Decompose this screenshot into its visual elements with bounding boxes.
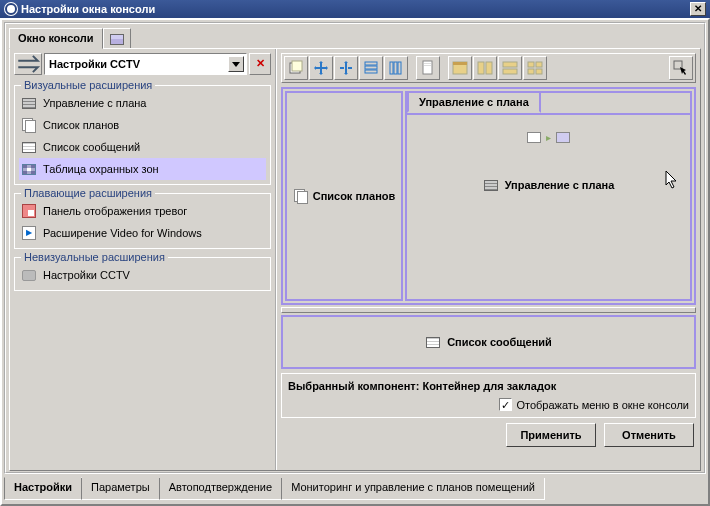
list-item-label: Управление с плана <box>43 97 146 109</box>
show-menu-checkbox[interactable] <box>499 398 512 411</box>
tool-split-v[interactable] <box>334 56 358 80</box>
expand-button[interactable] <box>14 53 42 75</box>
info-panel: Выбранный компонент: Контейнер для закла… <box>281 373 696 418</box>
layout-preview: Список планов Управление с плана ▸ <box>281 87 696 305</box>
btab-params[interactable]: Параметры <box>81 478 160 500</box>
svg-rect-5 <box>390 62 393 74</box>
svg-rect-6 <box>394 62 397 74</box>
item-cctv-settings[interactable]: Настройки CCTV <box>19 264 266 286</box>
window-title: Настройки окна консоли <box>21 3 155 15</box>
preview-splitter[interactable] <box>281 307 696 313</box>
delete-button[interactable]: ✕ <box>249 53 271 75</box>
top-tabs: Окно консоли <box>9 27 701 48</box>
tool-rows[interactable] <box>359 56 383 80</box>
list-item-label: Настройки CCTV <box>43 269 130 281</box>
papers-icon <box>293 188 309 204</box>
profile-select-label: Настройки CCTV <box>49 58 140 70</box>
video-icon <box>21 225 37 241</box>
preview-right-inner: ▸ Управление с плана <box>407 113 690 299</box>
svg-rect-12 <box>453 62 467 65</box>
plan-icon <box>21 95 37 111</box>
tab-icon-layout[interactable] <box>103 28 131 48</box>
item-message-list[interactable]: Список сообщений <box>19 136 266 158</box>
group-nonvisual: Невизуальные расширения Настройки CCTV <box>14 257 271 291</box>
preview-center-label: Управление с плана <box>505 179 615 191</box>
show-menu-label: Отображать меню в окне консоли <box>516 399 689 411</box>
preview-bottom-pane[interactable]: Список сообщений <box>281 315 696 369</box>
toolbar-separator <box>409 56 415 80</box>
chevron-down-icon <box>228 56 244 72</box>
tool-move[interactable] <box>309 56 333 80</box>
table-icon <box>21 161 37 177</box>
list-item-label: Список планов <box>43 119 119 131</box>
group-nonvisual-legend: Невизуальные расширения <box>21 251 168 263</box>
tool-page[interactable] <box>416 56 440 80</box>
close-button[interactable]: ✕ <box>690 2 706 16</box>
selected-component-label: Выбранный компонент: Контейнер для закла… <box>284 378 693 394</box>
titlebar: Настройки окна консоли ✕ <box>0 0 710 18</box>
main-frame: Окно консоли Настройки CCTV ✕ <box>0 18 710 506</box>
group-floating: Плавающие расширения Панель отображения … <box>14 193 271 249</box>
svg-rect-7 <box>398 62 401 74</box>
preview-left-pane[interactable]: Список планов <box>285 91 403 301</box>
cursor-icon <box>665 170 681 190</box>
group-floating-legend: Плавающие расширения <box>21 187 155 199</box>
tool-columns[interactable] <box>384 56 408 80</box>
list-item-label: Панель отображения тревог <box>43 205 187 217</box>
tool-tile-4[interactable] <box>523 56 547 80</box>
message-icon <box>21 139 37 155</box>
svg-rect-18 <box>536 62 542 67</box>
layout-icon <box>110 34 124 45</box>
svg-rect-19 <box>528 69 534 74</box>
item-zone-table[interactable]: Таблица охранных зон <box>19 158 266 180</box>
tab-console-window[interactable]: Окно консоли <box>9 28 103 49</box>
preview-tab-label: Управление с плана <box>419 96 529 108</box>
item-video-ext[interactable]: Расширение Video for Windows <box>19 222 266 244</box>
svg-rect-15 <box>503 62 517 67</box>
list-item-label: Таблица охранных зон <box>43 163 159 175</box>
svg-rect-1 <box>292 61 302 71</box>
btab-monitoring[interactable]: Мониторинг и управление с планов помещен… <box>281 478 545 500</box>
svg-rect-17 <box>528 62 534 67</box>
arrow-right-icon: ▸ <box>546 132 551 143</box>
tab-label: Окно консоли <box>18 32 94 44</box>
svg-rect-20 <box>536 69 542 74</box>
cancel-button[interactable]: Отменить <box>604 423 694 447</box>
doc-icon <box>526 129 542 145</box>
preview-right-pane[interactable]: Управление с плана ▸ Управление с <box>405 91 692 301</box>
svg-rect-9 <box>424 63 431 64</box>
tool-tile-1[interactable] <box>448 56 472 80</box>
toolbar-separator <box>441 56 447 80</box>
svg-rect-16 <box>503 69 517 74</box>
bottom-tabs: Настройки Параметры Автоподтверждение Мо… <box>4 478 706 500</box>
btab-autoconfirm[interactable]: Автоподтверждение <box>159 478 282 500</box>
item-alarm-panel[interactable]: Панель отображения тревог <box>19 200 266 222</box>
preview-left-label: Список планов <box>313 190 396 202</box>
toolbar <box>281 53 696 83</box>
preview-tab[interactable]: Управление с плана <box>407 91 541 113</box>
button-row: Применить Отменить <box>281 420 696 450</box>
cctv-icon <box>21 267 37 283</box>
tool-tile-3[interactable] <box>498 56 522 80</box>
group-visual: Визуальные расширения Управление с плана… <box>14 85 271 185</box>
svg-rect-10 <box>424 65 431 66</box>
sidebar: Настройки CCTV ✕ Визуальные расширения У… <box>10 49 277 470</box>
tool-pointer[interactable] <box>669 56 693 80</box>
tool-tile-2[interactable] <box>473 56 497 80</box>
btab-settings[interactable]: Настройки <box>4 477 82 500</box>
item-plan-control[interactable]: Управление с плана <box>19 92 266 114</box>
list-item-label: Расширение Video for Windows <box>43 227 202 239</box>
apply-button[interactable]: Применить <box>506 423 596 447</box>
svg-rect-3 <box>365 66 377 69</box>
list-item-label: Список сообщений <box>43 141 140 153</box>
folder-icon <box>555 129 571 145</box>
svg-rect-13 <box>478 62 484 74</box>
alarm-panel-icon <box>21 203 37 219</box>
item-plan-list[interactable]: Список планов <box>19 114 266 136</box>
content-area: Настройки CCTV ✕ Визуальные расширения У… <box>9 48 701 471</box>
group-visual-legend: Визуальные расширения <box>21 79 155 91</box>
profile-select[interactable]: Настройки CCTV <box>44 53 247 75</box>
tool-new[interactable] <box>284 56 308 80</box>
plan-icon <box>483 177 499 193</box>
svg-rect-4 <box>365 70 377 73</box>
